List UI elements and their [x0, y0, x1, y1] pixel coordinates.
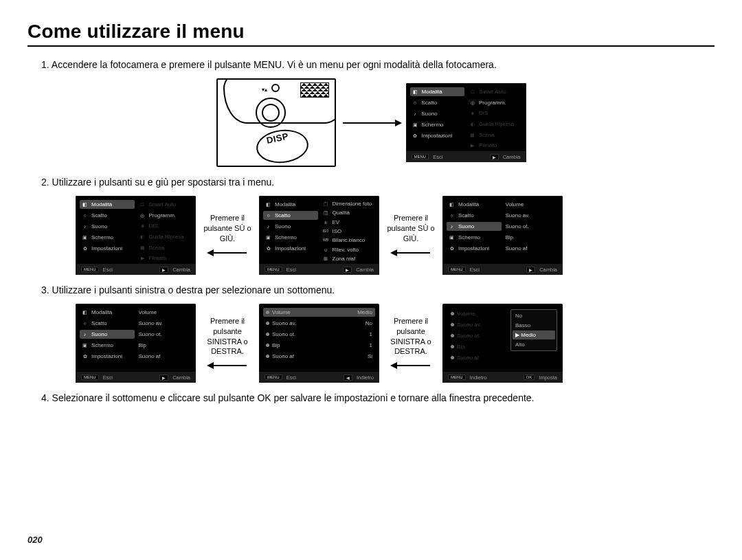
step-1-text: 1. Accendere la fotocamera e premere il …: [41, 59, 715, 70]
step-3-text: 3. Utilizzare i pulsanti sinistra o dest…: [41, 284, 715, 295]
disp-label: DISP: [265, 131, 289, 145]
option-selected: ▶ Medio: [513, 331, 555, 339]
svg-marker-7: [207, 362, 214, 369]
arrow-right-icon: [341, 118, 403, 128]
svg-marker-3: [207, 249, 214, 256]
camera-illustration: ▾ ▴ DISP: [216, 78, 336, 167]
arrow-left-icon: [390, 361, 431, 370]
menu-right-col: ⊡Smart Auto ◎Programm. ◈DIS ◐Guida Ripre…: [467, 87, 522, 150]
menu-screen-3a: ◧Modalità ○Scatto ♪Suono ▣Schermo ✿Impos…: [76, 304, 196, 383]
caption-updown-1: Premere il pulsante SÙ o GIÙ.: [200, 213, 255, 244]
caption-leftright-1: Premere il pulsante SINISTRA o DESTRA.: [200, 316, 255, 357]
menu-screen-2c: ◧Modalità ○Scatto ♪Suono ▣Schermo ✿Impos…: [442, 196, 563, 275]
menu-screen-3c: Volume Suono av. Suono ot. Bip Suono af …: [442, 304, 563, 383]
caption-updown-2: Premere il pulsante SÙ o GIÙ.: [383, 213, 438, 244]
arrow-left-icon: [390, 248, 431, 258]
menu-button-icon: [256, 98, 286, 128]
step-2-text: 2. Utilizzare i pulsanti su e giù per sp…: [41, 177, 715, 188]
step-3-row: ◧Modalità ○Scatto ♪Suono ▣Schermo ✿Impos…: [76, 304, 715, 383]
page-title: Come utilizzare il menu: [27, 21, 715, 43]
menu-screen-2a: ◧Modalità ○Scatto ♪Suono ▣Schermo ✿Impos…: [76, 196, 196, 275]
menu-screen-modalita: ◧Modalità ○Scatto ♪Suono ▣Schermo ✿Impos…: [406, 83, 526, 162]
menu-screen-2b: ◧Modalità ○Scatto ♪Suono ▣Schermo ✿Impos…: [259, 196, 379, 275]
step-4-text: 4. Selezionare il sottomenu e cliccare s…: [41, 392, 715, 403]
caption-leftright-2: Premere il pulsante SINISTRA o DESTRA.: [383, 316, 438, 357]
menu-left-col: ◧Modalità ○Scatto ♪Suono ▣Schermo ✿Impos…: [410, 87, 465, 150]
page-number: 020: [27, 535, 43, 545]
svg-marker-5: [390, 249, 397, 256]
title-rule: [27, 45, 715, 47]
arrow-left-icon: [207, 248, 248, 258]
options-popup: No Basso ▶ Medio Alto: [510, 309, 557, 351]
svg-marker-9: [390, 362, 397, 369]
menu-screen-3b: VolumeMedio Suono av.No Suono ot.1 Bip1 …: [259, 304, 379, 383]
step-1-row: ▾ ▴ DISP ◧Modalità ○Scatto ♪Suono ▣Scher…: [27, 78, 715, 167]
step-2-row: ◧Modalità ○Scatto ♪Suono ▣Schermo ✿Impos…: [76, 196, 715, 275]
svg-marker-1: [395, 120, 402, 126]
arrow-left-icon: [207, 361, 248, 370]
